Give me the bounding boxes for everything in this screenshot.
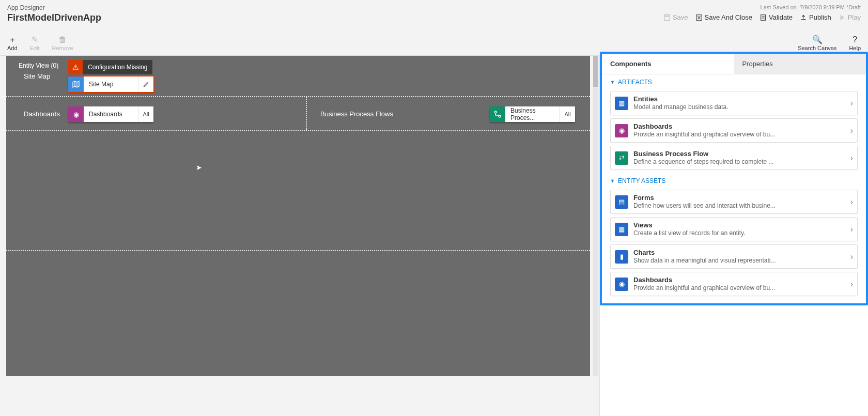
map-icon [68, 76, 84, 92]
dashboards-tile[interactable]: ◉ Dashboards All [68, 106, 153, 122]
chevron-right-icon: › [850, 252, 853, 261]
side-tabs: Components Properties [602, 54, 866, 74]
component-title: Views [633, 221, 845, 229]
sitemap-row: Site Map ⚠ Configuration Missing Site Ma… [6, 56, 590, 97]
entity-assets-section-header[interactable]: ▼ ENTITY ASSETS [602, 173, 866, 187]
tab-components[interactable]: Components [602, 54, 734, 74]
svg-rect-3 [761, 14, 766, 20]
component-desc: Provide an insightful and graphical over… [633, 284, 845, 292]
svg-point-4 [494, 111, 497, 113]
component-title: Business Process Flow [633, 150, 845, 158]
components-highlight: Components Properties ▼ ARTIFACTS ▦ Enti… [600, 52, 868, 305]
plus-icon: ＋ [8, 36, 17, 44]
add-label: Add [7, 45, 18, 51]
component-text: Business Process Flow Define a sequence … [633, 150, 845, 166]
design-canvas[interactable]: Site Map ⚠ Configuration Missing Site Ma… [6, 56, 590, 376]
chevron-right-icon: › [850, 153, 853, 163]
component-title: Dashboards [633, 276, 845, 284]
side-panel: Components Properties ▼ ARTIFACTS ▦ Enti… [599, 56, 868, 416]
bpf-row-label: Business Process Flows [320, 110, 393, 118]
dashboards-bpf-row: Dashboards ◉ Dashboards All Business Pro… [6, 97, 590, 131]
tab-properties[interactable]: Properties [734, 54, 866, 74]
save-and-close-button[interactable]: Save And Close [695, 13, 753, 21]
entity-view-label: Entity View (0) [19, 62, 58, 69]
component-charts[interactable]: ▮ Charts Show data in a meaningful and v… [610, 244, 858, 269]
flow-icon: ⇄ [615, 151, 628, 165]
bpf-tile[interactable]: Business Proces... All [490, 106, 575, 122]
add-button[interactable]: ＋ Add [7, 36, 18, 51]
help-icon: ? [853, 36, 857, 44]
save-label: Save [673, 13, 688, 21]
component-desc: Model and manage business data. [633, 103, 845, 111]
search-icon: 🔍 [812, 36, 823, 44]
dashboards-row-label: Dashboards [24, 110, 60, 118]
chevron-down-icon: ▼ [610, 178, 615, 183]
component-text: Forms Define how users will see and inte… [633, 194, 845, 210]
app-header: App Designer FirstModelDrivenApp Last Sa… [0, 0, 868, 31]
component-desc: Define a sequence of steps required to c… [633, 158, 845, 166]
scrollbar-thumb[interactable] [593, 56, 598, 87]
chevron-right-icon: › [850, 126, 853, 135]
dashboards-tile-label: Dashboards [84, 106, 138, 122]
svg-rect-0 [664, 14, 670, 20]
sitemap-tile-label: Site Map [84, 76, 138, 92]
chevron-right-icon: › [850, 197, 853, 207]
flow-icon [490, 106, 505, 122]
validate-icon [760, 14, 767, 21]
forms-icon: ▤ [615, 195, 628, 209]
sitemap-tile[interactable]: Site Map [68, 76, 153, 92]
sitemap-edit-button[interactable] [138, 76, 153, 92]
header-actions: Save Save And Close Validate Publish Pla… [663, 13, 861, 21]
sitemap-row-label: Site Map [24, 72, 50, 80]
charts-icon: ▮ [615, 250, 628, 264]
component-title: Forms [633, 194, 845, 202]
validate-button[interactable]: Validate [760, 13, 793, 21]
component-text: Entities Model and manage business data. [633, 95, 845, 111]
component-dashboards[interactable]: ◉ Dashboards Provide an insightful and g… [610, 118, 858, 143]
search-label: Search Canvas [798, 45, 836, 51]
save-button: Save [663, 13, 688, 21]
entities-icon: ▦ [615, 97, 628, 110]
views-icon: ▦ [615, 223, 628, 236]
chevron-down-icon: ▼ [610, 80, 615, 85]
component-desc: Show data in a meaningful and visual rep… [633, 257, 845, 265]
canvas-area: Site Map ⚠ Configuration Missing Site Ma… [0, 56, 599, 416]
component-title: Charts [633, 249, 845, 257]
component-views[interactable]: ▦ Views Create a list view of records fo… [610, 217, 858, 241]
component-entities[interactable]: ▦ Entities Model and manage business dat… [610, 91, 858, 115]
canvas-scrollbar[interactable] [593, 56, 598, 376]
edit-button: ✎ Edit [30, 36, 40, 51]
warning-icon: ⚠ [68, 60, 83, 74]
search-canvas-button[interactable]: 🔍 Search Canvas [798, 36, 836, 51]
app-name: FirstModelDrivenApp [7, 12, 101, 23]
publish-button[interactable]: Publish [800, 13, 831, 21]
dashboard-icon: ◉ [615, 278, 628, 291]
entity-assets-section-label: ENTITY ASSETS [618, 177, 665, 184]
component-title: Entities [633, 95, 845, 103]
component-forms[interactable]: ▤ Forms Define how users will see and in… [610, 190, 858, 214]
warning-text: Configuration Missing [83, 64, 152, 71]
save-close-label: Save And Close [705, 13, 753, 21]
chevron-right-icon: › [850, 99, 853, 108]
dashboards-all-button[interactable]: All [138, 106, 153, 122]
component-bpf[interactable]: ⇄ Business Process Flow Define a sequenc… [610, 146, 858, 170]
help-label: Help [849, 45, 861, 51]
component-desc: Create a list view of records for an ent… [633, 229, 845, 237]
header-title: App Designer [7, 4, 101, 11]
component-desc: Provide an insightful and graphical over… [633, 131, 845, 138]
play-icon [839, 14, 846, 21]
row-divider [306, 97, 307, 130]
bpf-all-button[interactable]: All [560, 106, 575, 122]
component-text: Dashboards Provide an insightful and gra… [633, 276, 845, 292]
pencil-icon: ✎ [32, 36, 38, 44]
toolbar-left: ＋ Add ✎ Edit 🗑 Remove [7, 36, 73, 51]
artifacts-section-header[interactable]: ▼ ARTIFACTS [602, 74, 866, 88]
dashboard-icon: ◉ [68, 106, 84, 122]
component-text: Views Create a list view of records for … [633, 221, 845, 237]
save-close-icon [695, 14, 703, 21]
toolbar-right: 🔍 Search Canvas ? Help [798, 36, 861, 51]
artifacts-section-label: ARTIFACTS [618, 79, 652, 86]
component-text: Dashboards Provide an insightful and gra… [633, 122, 845, 138]
help-button[interactable]: ? Help [849, 36, 861, 51]
component-dashboards-asset[interactable]: ◉ Dashboards Provide an insightful and g… [610, 272, 858, 296]
